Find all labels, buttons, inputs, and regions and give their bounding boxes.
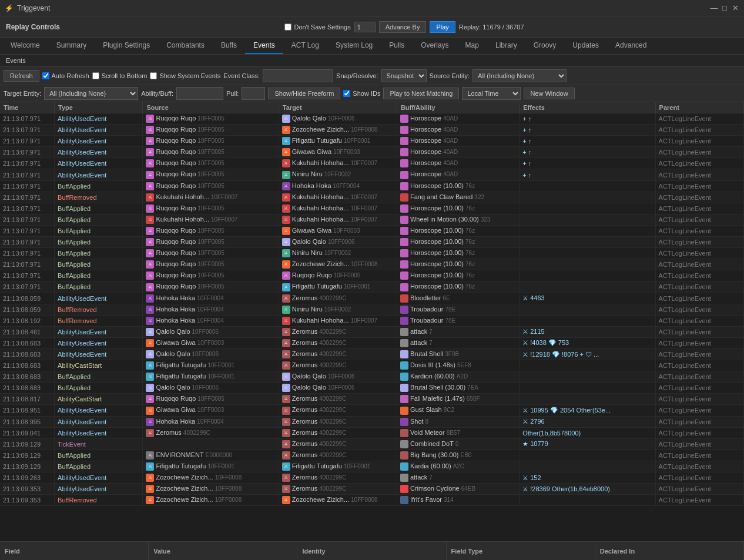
cell-buff: attack7 [397, 326, 519, 337]
cell-effects [520, 225, 655, 236]
cell-target: ⚔Zozochewe Zizich...10FF0008 [279, 125, 397, 136]
table-row[interactable]: 21:13:08.192 BuffRemoved ⚔Hohoka Hoka10F… [0, 315, 744, 326]
tab-groovy[interactable]: Groovy [525, 38, 565, 54]
show-hide-freeform-button[interactable]: Show/Hide Freeform [268, 88, 340, 99]
cell-buff: Horoscope (10.00)76z [397, 248, 519, 259]
show-system-checkbox[interactable] [150, 72, 157, 79]
cell-parent: ACTLogLineEvent [655, 427, 743, 438]
table-row[interactable]: 21:13:07.971 AbilityUsedEvent ⚔Ruqoqo Ru… [0, 125, 744, 136]
table-row[interactable]: 21:13:09.041 AbilityUsedEvent ⚔Zeromus40… [0, 427, 744, 438]
toolbar-group-snap: Snap/Resolve: Snapshot Source Entity: Al… [336, 69, 567, 82]
cell-parent: ACTLogLineEvent [655, 337, 743, 348]
cell-source: ⚔Ruqoqo Ruqo10FF0005 [143, 248, 279, 259]
table-row[interactable]: 21:13:07.971 AbilityUsedEvent ⚔Ruqoqo Ru… [0, 169, 744, 180]
table-row[interactable]: 21:13:09.129 BuffApplied ⚔ENVIRONMENTE00… [0, 450, 744, 461]
scroll-bottom-label: Scroll to Bottom [92, 72, 148, 79]
maximize-button[interactable]: □ [720, 4, 729, 12]
tab-pulls[interactable]: Pulls [381, 38, 413, 54]
cell-time: 21:13:08.683 [0, 383, 55, 394]
table-row[interactable]: 21:13:08.951 AbilityUsedEvent ⚔Giwawa Gi… [0, 405, 744, 416]
cell-parent: ACTLogLineEvent [655, 293, 743, 304]
tab-updates[interactable]: Updates [564, 38, 607, 54]
cell-time: 21:13:07.971 [0, 225, 55, 236]
table-row[interactable]: 21:13:07.971 AbilityUsedEvent ⚔Ruqoqo Ru… [0, 147, 744, 158]
pull-input[interactable] [242, 87, 265, 100]
new-window-button[interactable]: New Window [524, 88, 574, 99]
table-row[interactable]: 21:13:07.971 BuffApplied ⚔Ruqoqo Ruqo10F… [0, 248, 744, 259]
table-row[interactable]: 21:13:07.971 BuffApplied ⚔Ruqoqo Ruqo10F… [0, 281, 744, 293]
table-row[interactable]: 21:13:09.129 BuffApplied ⚔Fifigattu Tutu… [0, 461, 744, 472]
table-row[interactable]: 21:13:07.971 BuffApplied ⚔Ruqoqo Ruqo10F… [0, 270, 744, 281]
event-class-input[interactable] [263, 69, 333, 82]
target-entity-select[interactable]: All (Including None) [44, 87, 138, 100]
cell-effects [520, 270, 655, 281]
tab-system-log[interactable]: System Log [327, 38, 381, 54]
close-button[interactable]: ✕ [731, 4, 739, 12]
auto-refresh-checkbox[interactable] [42, 72, 49, 79]
cell-target: ⚔Zeromus4002299C [279, 427, 397, 438]
pull-label: Pull: [226, 90, 239, 97]
refresh-button[interactable]: Refresh [4, 70, 39, 82]
cell-type: AbilityUsedEvent [55, 472, 143, 484]
table-row[interactable]: 21:13:09.353 AbilityUsedEvent ⚔Zozochewe… [0, 484, 744, 495]
local-time-select[interactable]: Local Time [462, 87, 521, 100]
table-row[interactable]: 21:13:08.683 AbilityCastStart ⚔Fifigattu… [0, 360, 744, 371]
snap-resolve-select[interactable]: Snapshot [381, 69, 427, 82]
cell-buff: Troubadour78E [397, 304, 519, 315]
table-row[interactable]: 21:13:08.683 BuffApplied ⚔Qalolo Qalo10F… [0, 383, 744, 394]
col-time-header: Time [0, 102, 55, 113]
table-row[interactable]: 21:13:09.129 TickEvent ⚔Zeromus4002299C … [0, 438, 744, 450]
table-row[interactable]: 21:13:09.353 BuffRemoved ⚔Zozochewe Zizi… [0, 495, 744, 506]
minimize-button[interactable]: — [710, 4, 718, 12]
table-row[interactable]: 21:13:08.059 AbilityUsedEvent ⚔Hohoka Ho… [0, 293, 744, 304]
play-button[interactable]: Play [430, 21, 455, 33]
cell-time: 21:13:08.683 [0, 348, 55, 360]
tab-welcome[interactable]: Welcome [2, 38, 48, 54]
tab-advanced[interactable]: Advanced [607, 38, 655, 54]
cell-type: BuffApplied [55, 203, 143, 214]
table-row[interactable]: 21:13:08.683 AbilityUsedEvent ⚔Giwawa Gi… [0, 337, 744, 348]
cell-target: ⚔Zozochewe Zizich...10FF0008 [279, 259, 397, 270]
table-row[interactable]: 21:13:07.971 AbilityUsedEvent ⚔Ruqoqo Ru… [0, 136, 744, 147]
tab-overlays[interactable]: Overlays [413, 38, 457, 54]
tab-map[interactable]: Map [457, 38, 487, 54]
cell-buff: Gust Slash8C2 [397, 405, 519, 416]
source-entity-select[interactable]: All (Including None) [472, 69, 567, 82]
advance-by-button[interactable]: Advance By [379, 21, 427, 33]
table-row[interactable]: 21:13:08.059 BuffRemoved ⚔Hohoka Hoka10F… [0, 304, 744, 315]
table-row[interactable]: 21:13:07.971 BuffApplied ⚔Ruqoqo Ruqo10F… [0, 237, 744, 248]
advance-by-input[interactable] [354, 22, 376, 32]
table-row[interactable]: 21:13:07.971 BuffApplied ⚔Ruqoqo Ruqo10F… [0, 180, 744, 192]
events-table-container[interactable]: Time Type Source Target Buff/Ability Eff… [0, 102, 744, 527]
tab-combatants[interactable]: Combatants [158, 38, 213, 54]
table-row[interactable]: 21:13:08.683 AbilityUsedEvent ⚔Qalolo Qa… [0, 348, 744, 360]
scroll-bottom-checkbox[interactable] [92, 72, 99, 79]
tab-plugin-settings[interactable]: Plugin Settings [95, 38, 158, 54]
bottom-col-field-type: Field Type [447, 542, 595, 560]
table-row[interactable]: 21:13:08.817 AbilityCastStart ⚔Ruqoqo Ru… [0, 394, 744, 405]
table-row[interactable]: 21:13:07.971 AbilityUsedEvent ⚔Ruqoqo Ru… [0, 158, 744, 169]
table-row[interactable]: 21:13:09.263 AbilityUsedEvent ⚔Zozochewe… [0, 472, 744, 484]
table-row[interactable]: 21:13:07.971 BuffApplied ⚔Ruqoqo Ruqo10F… [0, 225, 744, 236]
table-row[interactable]: 21:13:07.971 BuffApplied ⚔Kukuhahi Hohoh… [0, 214, 744, 225]
tab-events[interactable]: Events [245, 38, 283, 54]
ability-buff-input[interactable] [176, 87, 223, 100]
dont-save-checkbox[interactable] [284, 24, 291, 31]
toolbar-group-refresh: Refresh Auto Refresh Scroll to Bottom Sh… [4, 69, 333, 82]
table-row[interactable]: 21:13:07.971 BuffApplied ⚔Ruqoqo Ruqo10F… [0, 259, 744, 270]
tab-library[interactable]: Library [487, 38, 525, 54]
cell-parent: ACTLogLineEvent [655, 383, 743, 394]
play-next-matching-button[interactable]: Play to Next Matching [383, 88, 459, 99]
tab-summary[interactable]: Summary [48, 38, 95, 54]
tab-act-log[interactable]: ACT Log [283, 38, 327, 54]
table-row[interactable]: 21:13:08.683 BuffApplied ⚔Fifigattu Tutu… [0, 371, 744, 383]
show-ids-checkbox[interactable] [343, 90, 350, 97]
table-row[interactable]: 21:13:08.461 AbilityUsedEvent ⚔Qalolo Qa… [0, 326, 744, 337]
table-row[interactable]: 21:13:07.971 BuffRemoved ⚔Kukuhahi Hohoh… [0, 192, 744, 203]
table-row[interactable]: 21:13:07.971 AbilityUsedEvent ⚔Ruqoqo Ru… [0, 113, 744, 125]
tab-buffs[interactable]: Buffs [213, 38, 245, 54]
table-row[interactable]: 21:13:08.995 AbilityUsedEvent ⚔Hohoka Ho… [0, 416, 744, 427]
cell-effects [520, 371, 655, 383]
cell-time: 21:13:07.971 [0, 237, 55, 248]
table-row[interactable]: 21:13:07.971 BuffApplied ⚔Ruqoqo Ruqo10F… [0, 203, 744, 214]
